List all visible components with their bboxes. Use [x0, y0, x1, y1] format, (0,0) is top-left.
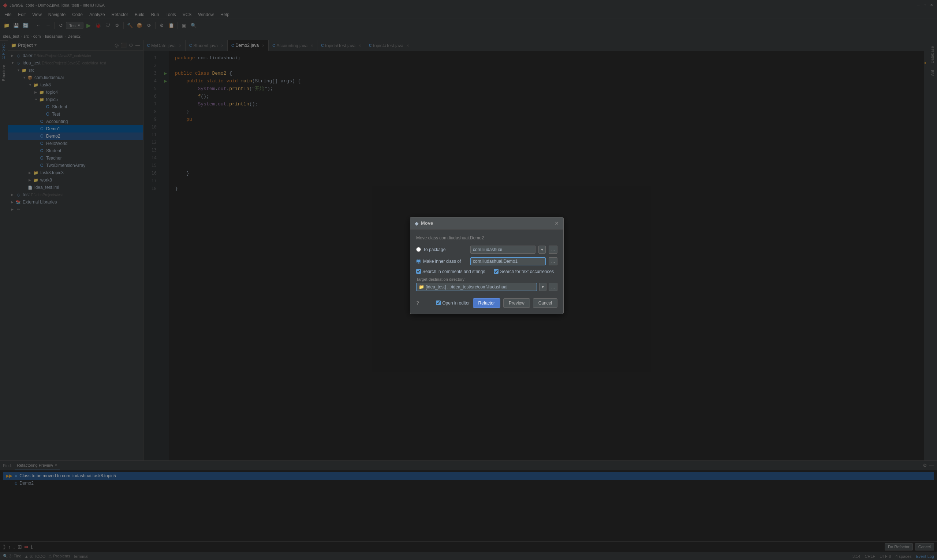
dialog-overlay: ◆ Move ✕ Move class com.liudashuai.Demo2… — [0, 0, 937, 560]
dialog-icon: ◆ — [415, 220, 419, 226]
dialog-footer: ? Open in editor Refactor Preview Cancel — [416, 295, 557, 308]
refactor-button[interactable]: Refactor — [473, 298, 500, 308]
to-package-dropdown-btn[interactable]: ▾ — [539, 246, 546, 254]
dest-browse-btn[interactable]: ... — [549, 283, 557, 291]
search-comments-checkbox[interactable] — [416, 269, 421, 274]
dialog-title-with-icon: ◆ Move — [415, 220, 433, 226]
search-text-label[interactable]: Search for text occurrences — [494, 269, 554, 274]
dest-label: Target destination directory: — [416, 277, 557, 282]
to-package-browse-btn[interactable]: ... — [549, 246, 557, 254]
cancel-button[interactable]: Cancel — [533, 298, 557, 308]
open-in-editor-label[interactable]: Open in editor — [436, 300, 469, 306]
dialog-title: Move — [421, 220, 433, 226]
dialog-title-bar: ◆ Move ✕ — [410, 217, 563, 229]
make-inner-browse-btn[interactable]: ... — [549, 257, 557, 265]
help-button[interactable]: ? — [416, 300, 419, 306]
to-package-input[interactable] — [470, 246, 535, 254]
preview-button[interactable]: Preview — [503, 298, 530, 308]
dialog-subtitle: Move class com.liudashuai.Demo2 — [416, 235, 557, 240]
to-package-radio[interactable] — [416, 247, 421, 252]
dest-dropdown-btn[interactable]: ▾ — [539, 283, 546, 291]
dest-folder-icon: 📁 — [419, 285, 424, 289]
move-dialog: ◆ Move ✕ Move class com.liudashuai.Demo2… — [410, 217, 564, 314]
dialog-body: Move class com.liudashuai.Demo2 To packa… — [410, 229, 563, 314]
destination-row: 📁 [idea_test] ...\idea_test\src\com\liud… — [416, 283, 557, 291]
search-text-checkbox[interactable] — [494, 269, 499, 274]
dialog-close-button[interactable]: ✕ — [554, 220, 559, 226]
make-inner-radio-label[interactable]: Make inner class of — [416, 259, 468, 264]
make-inner-input[interactable] — [470, 257, 546, 265]
to-package-radio-label[interactable]: To package — [416, 247, 468, 252]
destination-input[interactable]: 📁 [idea_test] ...\idea_test\src\com\liud… — [416, 283, 537, 291]
make-inner-row: Make inner class of ... — [416, 257, 557, 265]
to-package-row: To package ▾ ... — [416, 246, 557, 254]
open-in-editor-checkbox[interactable] — [436, 300, 441, 305]
search-options-row: Search in comments and strings Search fo… — [416, 269, 557, 274]
search-comments-label[interactable]: Search in comments and strings — [416, 269, 485, 274]
make-inner-radio[interactable] — [416, 259, 421, 263]
